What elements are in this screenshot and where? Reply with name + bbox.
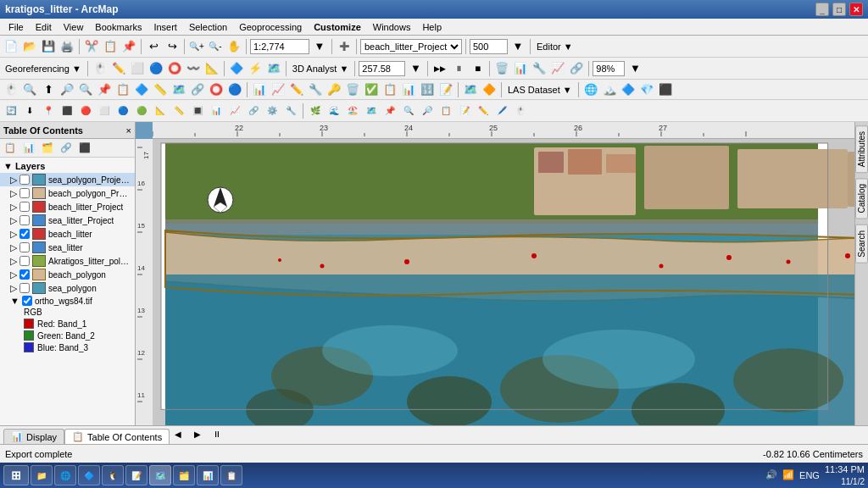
tool13[interactable]: ⏹ [469, 60, 486, 77]
tool1[interactable]: 🖱️ [92, 60, 108, 77]
las11[interactable]: 🔗 [189, 81, 206, 98]
layer-beach-litter-project[interactable]: ▷ beach_litter_Project [0, 200, 135, 214]
display-tab[interactable]: 📊 Display [3, 429, 64, 444]
las9[interactable]: 📏 [152, 81, 169, 98]
et9[interactable]: 📐 [152, 103, 169, 119]
tool8[interactable]: 🔷 [228, 60, 245, 77]
las1[interactable]: 🖱️ [3, 81, 19, 98]
menu-selection[interactable]: Selection [184, 20, 232, 34]
new-btn[interactable]: 📄 [3, 38, 19, 55]
undo-btn[interactable]: ↩ [145, 38, 162, 55]
copy-btn[interactable]: 📋 [102, 38, 119, 55]
et25[interactable]: 📝 [456, 103, 473, 119]
paste-btn[interactable]: 📌 [120, 38, 137, 55]
layer-check1[interactable] [19, 175, 30, 185]
et19[interactable]: 🏖️ [344, 103, 361, 119]
redo-btn[interactable]: ↪ [164, 38, 181, 55]
language-indicator[interactable]: ENG [799, 470, 820, 480]
menu-geoprocessing[interactable]: Geoprocessing [234, 20, 307, 34]
tool2[interactable]: ✏️ [110, 60, 127, 77]
tool17[interactable]: 📈 [549, 60, 566, 77]
zoom-pct-input[interactable]: 257.58 [359, 61, 405, 76]
et6[interactable]: ⬜ [96, 103, 113, 119]
menu-help[interactable]: Help [417, 20, 447, 34]
las26[interactable]: 🔶 [481, 81, 498, 98]
tool14[interactable]: 🗑️ [493, 60, 510, 77]
nav-fwd[interactable]: ▶ [189, 425, 206, 442]
taskbar-app3[interactable]: 🔷 [78, 465, 100, 485]
maximize-button[interactable]: □ [832, 3, 846, 16]
add-data-btn[interactable]: ➕ [336, 38, 353, 55]
attributes-tab[interactable]: Attributes [855, 125, 868, 173]
layer-check6[interactable] [19, 242, 30, 252]
las7[interactable]: 📋 [114, 81, 131, 98]
layer-check5[interactable] [19, 229, 30, 239]
las28[interactable]: 🏔️ [601, 81, 618, 98]
zoom-pct2-drop[interactable]: ▼ [626, 60, 643, 77]
toc-tb1[interactable]: 📋 [2, 140, 19, 157]
taskbar-chrome[interactable]: 🌐 [54, 465, 76, 485]
las6[interactable]: 📌 [96, 81, 113, 98]
layers-expand-icon[interactable]: ▼ [3, 161, 13, 171]
et10[interactable]: 📏 [170, 103, 187, 119]
minimize-button[interactable]: _ [815, 3, 829, 16]
et5[interactable]: 🔴 [77, 103, 94, 119]
las3[interactable]: ⬆ [40, 81, 57, 98]
et3[interactable]: 📍 [40, 103, 57, 119]
layer-check4[interactable] [19, 215, 30, 225]
layer-check9[interactable] [19, 283, 30, 293]
las16[interactable]: ✏️ [288, 81, 305, 98]
toc-tb3[interactable]: 🗂️ [39, 140, 56, 157]
search-tab[interactable]: Search [855, 225, 868, 263]
las-label[interactable]: LAS Dataset ▼ [505, 85, 575, 95]
et18[interactable]: 🌊 [326, 103, 342, 119]
layer-ortho[interactable]: ▼ ortho_wgs84.tif [0, 295, 135, 307]
et8[interactable]: 🟢 [133, 103, 150, 119]
et2[interactable]: ⬇ [21, 103, 38, 119]
scale-input[interactable]: 1:2,774 [250, 39, 309, 54]
toc-tb4[interactable]: 🔗 [58, 140, 75, 157]
las10[interactable]: 🗺️ [170, 81, 187, 98]
layer-check3[interactable] [19, 202, 30, 212]
tool16[interactable]: 🔧 [531, 60, 548, 77]
layer-sea-polygon-project1[interactable]: ▷ sea_polygon_Project1 [0, 173, 135, 186]
las30[interactable]: 💎 [638, 81, 655, 98]
tool18[interactable]: 🔗 [568, 60, 585, 77]
et17[interactable]: 🌿 [307, 103, 324, 119]
menu-file[interactable]: File [3, 20, 29, 34]
et28[interactable]: 🖱️ [512, 103, 529, 119]
layer-akratigos[interactable]: ▷ Akratigos_litter_polygons [0, 254, 135, 268]
taskbar-arcmap[interactable]: 🗺️ [149, 465, 171, 485]
et12[interactable]: 📊 [208, 103, 225, 119]
las18[interactable]: 🔑 [326, 81, 342, 98]
las20[interactable]: ✅ [363, 81, 380, 98]
et11[interactable]: 🔳 [189, 103, 206, 119]
nav-pause[interactable]: ⏸ [209, 425, 225, 442]
sys-tray-vol[interactable]: 🔊 [765, 469, 777, 480]
scale-dropdown[interactable]: ▼ [311, 38, 328, 55]
las31[interactable]: ⬛ [657, 81, 674, 98]
menu-windows[interactable]: Windows [368, 20, 416, 34]
layer-select[interactable]: beach_litter_Project [360, 39, 462, 54]
editor-label[interactable]: Editor ▼ [534, 42, 576, 52]
zoom-in-btn[interactable]: 🔍+ [188, 38, 205, 55]
las13[interactable]: 🔵 [226, 81, 243, 98]
georef-label[interactable]: Georeferencing ▼ [3, 64, 84, 74]
map-viewport[interactable] [153, 139, 854, 425]
tool9[interactable]: ⚡ [247, 60, 264, 77]
zoom-dropdown2[interactable]: ▼ [509, 38, 526, 55]
las12[interactable]: ⭕ [208, 81, 225, 98]
las14[interactable]: 📊 [251, 81, 268, 98]
layer-check2[interactable] [19, 188, 30, 198]
open-btn[interactable]: 📂 [21, 38, 38, 55]
map-container[interactable]: 22 23 24 25 26 [136, 122, 854, 425]
las2[interactable]: 🔍 [21, 81, 38, 98]
zoom-pct-drop[interactable]: ▼ [407, 60, 424, 77]
las5[interactable]: 🔍 [77, 81, 94, 98]
toc-tb5[interactable]: ⬛ [76, 140, 93, 157]
layer-sea-polygon[interactable]: ▷ sea_polygon [0, 281, 135, 295]
layer-beach-polygon[interactable]: ▷ beach_polygon [0, 268, 135, 281]
layer-beach-polygon-project1[interactable]: ▷ beach_polygon_Project1 [0, 186, 135, 200]
toc-close-btn[interactable]: × [126, 125, 131, 136]
et22[interactable]: 🔍 [400, 103, 417, 119]
